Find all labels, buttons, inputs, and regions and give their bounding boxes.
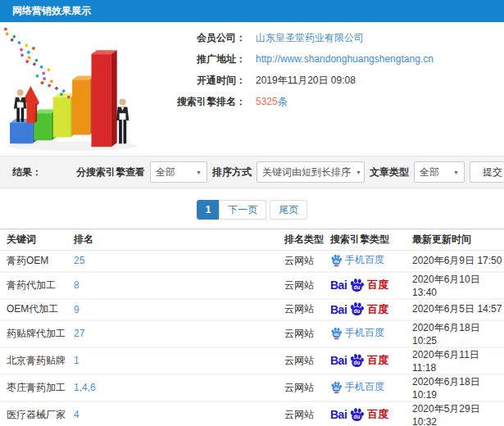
table-row: 医疗器械厂家4云网站Baidu百度2020年5月29日 10:32 [0,401,504,426]
svg-text:du: du [354,414,361,419]
promo-url-label: 推广地址： [154,52,246,66]
baidu-logo-bai-text: Bai [330,408,347,421]
mobile-baidu-logo[interactable]: du手机百度 [330,326,384,340]
engine-rank-value: 5325条 [256,95,288,109]
rank-cell: 1 [74,347,284,374]
baidu-logo[interactable]: Baidu百度 [330,278,388,293]
mobile-baidu-logo[interactable]: du手机百度 [330,380,384,394]
chevron-down-icon: ▼ [196,170,202,175]
result-label: 结果： [12,156,42,188]
baidu-logo[interactable]: Baidu百度 [330,301,388,317]
baidu-logo-bai-text: Bai [330,279,347,292]
mobile-baidu-label: 手机百度 [345,253,384,267]
baidu-logo-bai-text: Bai [330,354,347,367]
svg-text:du: du [334,332,338,337]
rank-type-cell: 云网站 [284,320,330,347]
rank-type-cell: 云网站 [284,374,330,401]
sort-filter-label: 排序方式 [212,165,252,179]
page-title: 网络营销效果展示 [12,5,91,16]
rank-link[interactable]: 25 [74,255,84,266]
app-header: 网络营销效果展示 [0,0,504,22]
promo-url-link[interactable]: http://www.shandonghuangshengtang.cn [256,53,434,65]
engine-type-cell: du手机百度 [330,320,412,347]
bar-chart-red-bar [92,50,117,147]
header-rank: 排名 [74,229,284,251]
promo-chart-image [0,25,152,153]
baidu-logo-suffix-text: 百度 [367,302,388,317]
submit-button[interactable]: 提交 [470,161,504,183]
rank-link[interactable]: 1 [74,355,79,366]
info-section: 会员公司： 山东皇圣堂药业有限公司 推广地址： http://www.shand… [0,22,504,156]
pagination-last-button[interactable]: 尾页 [270,200,307,220]
rank-cell: 25 [74,251,284,272]
baidu-paw-icon: du [330,381,343,393]
field-promo-url: 推广地址： http://www.shandonghuangshengtang.… [154,48,434,70]
pagination: 1 下一页 尾页 [0,200,504,220]
sort-filter-value: 关键词由短到长排序 [262,165,351,179]
engine-type-cell: Baidu百度 [330,347,412,374]
rank-cell: 4 [74,401,284,426]
keyword-cell: 膏药OEM [0,251,74,272]
member-company-label: 会员公司： [154,31,246,45]
baidu-logo[interactable]: Baidu百度 [330,353,388,369]
baidu-paw-icon: du [349,407,365,423]
header-updated: 最新更新时间 [412,229,504,251]
results-table-body: 膏药OEM25云网站du手机百度2020年6月9日 17:50膏药代加工8云网站… [0,251,504,426]
table-row: 北京膏药贴牌1云网站Baidu百度2020年6月11日 11:18 [0,347,504,374]
pagination-next-button[interactable]: 下一页 [219,200,266,220]
businessman-right [116,99,129,144]
rank-link[interactable]: 27 [74,328,84,339]
pagination-page-1[interactable]: 1 [197,200,220,220]
article-type-value: 全部 [420,165,439,179]
open-time-value: 2019年11月20日 09:08 [256,74,356,88]
engine-type-cell: Baidu百度 [330,401,412,426]
keyword-cell: 药贴牌代加工 [0,320,74,347]
keyword-cell: 医疗器械厂家 [0,401,74,426]
rank-link[interactable]: 8 [74,279,79,291]
updated-cell: 2020年6月5日 14:57 [412,299,504,320]
results-table: 关键词 排名 排名类型 搜索引擎类型 最新更新时间 膏药OEM25云网站du手机… [0,229,504,426]
engine-rank-label: 搜索引擎排名： [154,95,246,109]
baidu-paw-icon: du [330,327,343,339]
results-table-head: 关键词 排名 排名类型 搜索引擎类型 最新更新时间 [0,229,504,251]
sort-filter-select[interactable]: 关键词由短到长排序 ▼ [257,161,365,183]
baidu-logo-suffix-text: 百度 [367,407,388,422]
baidu-logo-bai-text: Bai [330,303,347,316]
baidu-logo-suffix-text: 百度 [367,278,388,292]
engine-filter-value: 全部 [156,165,175,179]
filter-bar: 结果： 分搜索引擎查看 全部 ▼ 排序方式 关键词由短到长排序 ▼ 文章类型 全… [0,156,504,188]
chevron-down-icon: ▼ [356,170,361,175]
rank-count-number: 5325 [256,96,278,107]
mobile-baidu-label: 手机百度 [345,326,384,340]
member-company-link[interactable]: 山东皇圣堂药业有限公司 [256,31,364,45]
mobile-baidu-logo[interactable]: du手机百度 [330,253,384,267]
engine-filter-select[interactable]: 全部 ▼ [150,161,207,183]
keyword-cell: 北京膏药贴牌 [0,347,74,374]
rank-type-cell: 云网站 [284,299,330,320]
filter-controls: 分搜索引擎查看 全部 ▼ 排序方式 关键词由短到长排序 ▼ 文章类型 全部 ▼ … [76,156,504,188]
businessman-left [14,89,27,122]
table-row: 药贴牌代加工27云网站du手机百度2020年6月18日 10:25 [0,320,504,347]
baidu-logo[interactable]: Baidu百度 [330,407,388,423]
engine-type-cell: Baidu百度 [330,272,412,299]
rank-link[interactable]: 4 [74,409,79,420]
rank-link[interactable]: 9 [74,304,79,315]
svg-text:du: du [354,360,361,365]
field-open-time: 开通时间： 2019年11月20日 09:08 [154,70,434,91]
chevron-down-icon: ▼ [453,170,459,175]
field-engine-rank-count: 搜索引擎排名： 5325条 [154,91,434,112]
rank-type-cell: 云网站 [284,401,330,426]
rank-count-suffix[interactable]: 条 [278,96,288,107]
keyword-cell: 膏药代加工 [0,272,74,299]
engine-type-cell: du手机百度 [330,251,412,272]
baidu-paw-icon: du [330,254,343,266]
table-row: 枣庄膏药加工1,4,6云网站du手机百度2020年6月18日 10:19 [0,374,504,401]
rank-cell: 9 [74,299,284,320]
confetti-dots [4,28,70,98]
article-type-select[interactable]: 全部 ▼ [414,161,465,183]
rank-link[interactable]: 1,4,6 [74,382,96,393]
keyword-cell: 枣庄膏药加工 [0,374,74,401]
svg-text:du: du [334,386,338,391]
keyword-cell: OEM代加工 [0,299,74,320]
svg-text:du: du [334,259,338,264]
